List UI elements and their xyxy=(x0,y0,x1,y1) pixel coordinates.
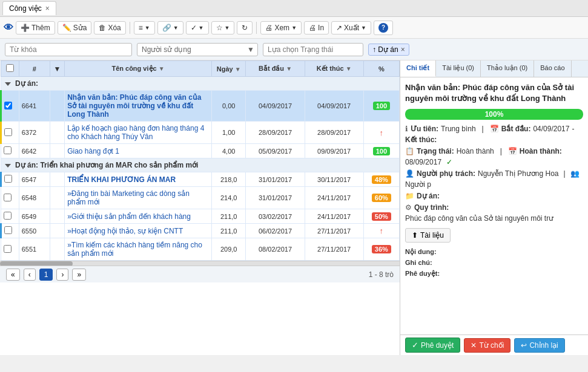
row-ngay: 218,0 xyxy=(211,172,246,187)
workflow-info: ⚙ Quy trình: Phúc đáp công văn của Sở tà… xyxy=(405,203,583,223)
check-button[interactable]: ✓ ▼ xyxy=(186,21,209,34)
user-select-wrap: Người sử dụng ▼ xyxy=(137,43,258,56)
help-button[interactable]: ? xyxy=(374,21,393,35)
task-name-link[interactable]: »Hoạt động hội thảo, sự kiện CNTT xyxy=(67,227,183,235)
header-filter-icon[interactable]: ▼ xyxy=(50,61,64,77)
tai-lieu-button[interactable]: ⬆ Tài liệu xyxy=(405,228,451,243)
first-page-button[interactable]: « xyxy=(6,269,20,281)
phe-duyet-field: Phê duyệt: xyxy=(405,269,583,278)
task-name-link[interactable]: »Đăng tin bài Marketing các dòng sản phẩ… xyxy=(67,189,190,206)
current-page[interactable]: 1 xyxy=(39,269,53,281)
status-input[interactable] xyxy=(263,43,363,56)
row-checkbox[interactable] xyxy=(4,194,12,201)
xem-button[interactable]: 🖨 Xem ▼ xyxy=(260,21,302,34)
table-row[interactable]: 6642 Giao hàng đợt 1 4,00 05/09/2017 09/… xyxy=(1,144,400,158)
row-checkbox[interactable] xyxy=(4,128,12,136)
horizontal-scrollbar[interactable] xyxy=(0,261,400,266)
tu-choi-button[interactable]: ✕ Từ chối xyxy=(464,338,510,353)
row-checkbox-cell xyxy=(1,91,19,122)
group1-header[interactable]: Dự án: xyxy=(1,77,400,91)
tab-bao-cao[interactable]: Báo cáo xyxy=(534,60,571,77)
row-checkbox[interactable] xyxy=(4,226,12,234)
action-bar: ✓ Phê duyệt ✕ Từ chối ↩ Chỉnh lại xyxy=(400,334,588,355)
project-icon: 📁 xyxy=(405,192,414,200)
row-pct: 50% xyxy=(363,209,399,224)
row-ngay: 0,00 xyxy=(211,91,246,122)
assignee-label: Người phụ trách: xyxy=(417,169,475,178)
row-bd: 31/01/2017 xyxy=(246,172,305,187)
link-button[interactable]: 🔗 ▼ xyxy=(157,21,183,34)
task-name-link[interactable]: Nhận văn bản: Phúc đáp công văn của Sở t… xyxy=(67,93,201,119)
menu-button[interactable]: ≡ ▼ xyxy=(134,21,155,34)
tag-close-icon[interactable]: × xyxy=(401,45,405,54)
row-checkbox[interactable] xyxy=(4,212,12,220)
row-checkbox-cell xyxy=(1,238,19,261)
row-checkbox-cell xyxy=(1,224,19,238)
user-select[interactable]: Người sử dụng xyxy=(137,43,258,56)
row-checkbox[interactable] xyxy=(4,102,12,109)
tab-thao-luan[interactable]: Thảo luận (0) xyxy=(481,60,534,77)
pct-badge: 48% xyxy=(372,175,391,184)
xoa-button[interactable]: 🗑 Xóa xyxy=(94,21,125,34)
ghi-chu-label: Ghi chú: xyxy=(405,259,432,266)
row-pct: 100 xyxy=(363,91,399,122)
row-id: 6550 xyxy=(19,224,50,238)
task-name-link[interactable]: TRIỂN KHAI PHƯƠNG ÁN MAR xyxy=(67,175,176,184)
refresh-button[interactable]: ↻ xyxy=(237,21,253,34)
task-name-link[interactable]: »Tìm kiếm các khách hàng tiềm năng cho s… xyxy=(67,241,202,258)
cong-viec-tab[interactable]: Công việc × xyxy=(2,1,56,15)
in-button[interactable]: 🖨 In xyxy=(304,21,329,34)
chinh-lai-button[interactable]: ↩ Chỉnh lại xyxy=(514,338,564,353)
table-row[interactable]: 6547 TRIỂN KHAI PHƯƠNG ÁN MAR 218,0 31/0… xyxy=(1,172,400,187)
progress-bar-fill: 100% xyxy=(405,109,583,120)
pct-arrow-icon: ↑ xyxy=(380,226,384,235)
table-row[interactable]: 6551 »Tìm kiếm các khách hàng tiềm năng … xyxy=(1,238,400,261)
row-checkbox[interactable] xyxy=(4,175,12,183)
ngay-filter-icon[interactable]: ▼ xyxy=(235,66,241,73)
check-icon: ✓ xyxy=(446,158,452,166)
table-row[interactable]: 6550 »Hoạt động hội thảo, sự kiện CNTT 2… xyxy=(1,224,400,238)
row-ngay: 211,0 xyxy=(211,224,246,238)
name-filter-icon[interactable]: ▼ xyxy=(159,65,165,72)
group2-label: Dự án: Triển khai phương án MAR cho sản … xyxy=(1,158,400,172)
xuat-button[interactable]: ↗ Xuất ▼ xyxy=(331,21,371,34)
group2-header[interactable]: Dự án: Triển khai phương án MAR cho sản … xyxy=(1,158,400,172)
sua-button[interactable]: ✏️ Sửa xyxy=(58,21,92,34)
row-checkbox[interactable] xyxy=(4,146,12,154)
table-row[interactable]: 6372 Lập kế hoạch giao hàng đơn hàng thá… xyxy=(1,122,400,144)
kt-filter-icon[interactable]: ▼ xyxy=(346,65,352,72)
row-checkbox-cell xyxy=(1,187,19,209)
task-name-link[interactable]: Lập kế hoạch giao hàng đơn hàng tháng 4 … xyxy=(67,124,204,141)
prev-page-button[interactable]: ‹ xyxy=(24,269,36,281)
task-name-link[interactable]: »Giới thiệu sản phẩm đến khách hàng xyxy=(67,212,191,221)
header-checkbox[interactable] xyxy=(1,61,19,77)
star-button[interactable]: ☆ ▼ xyxy=(211,21,235,34)
tab-chi-tiet[interactable]: Chi tiết xyxy=(400,60,436,77)
keyword-input[interactable] xyxy=(5,43,132,56)
tab-tai-lieu[interactable]: Tài liệu (0) xyxy=(436,60,481,77)
task-name-link[interactable]: Giao hàng đợt 1 xyxy=(67,147,119,155)
calendar2-icon: 📅 xyxy=(508,147,517,155)
chevron-down-icon6: ▼ xyxy=(361,25,366,31)
toolbar: 👁 ➕ Thêm ✏️ Sửa 🗑 Xóa ≡ ▼ 🔗 ▼ ✓ ▼ ☆ ▼ ↻ … xyxy=(0,17,588,39)
bd-filter-icon[interactable]: ▼ xyxy=(286,65,292,72)
them-button[interactable]: ➕ Thêm xyxy=(16,21,55,34)
row-kt: 09/09/2017 xyxy=(305,144,363,158)
header-name: Tên công việc ▼ xyxy=(65,61,212,77)
table-row[interactable]: 6549 »Giới thiệu sản phẩm đến khách hàng… xyxy=(1,209,400,224)
table-row[interactable]: 6548 »Đăng tin bài Marketing các dòng sả… xyxy=(1,187,400,209)
last-page-button[interactable]: » xyxy=(72,269,86,281)
select-all-checkbox[interactable] xyxy=(6,64,14,72)
table-row[interactable]: 6641 Nhận văn bản: Phúc đáp công văn của… xyxy=(1,91,400,122)
left-panel: # ▼ Tên công việc ▼ Ngày ▼ Bắt đầu ▼ Kết… xyxy=(0,60,400,355)
row-kt: 04/09/2017 xyxy=(305,91,363,122)
tab-bar: Công việc × xyxy=(0,0,588,17)
tab-close-icon[interactable]: × xyxy=(45,4,50,13)
row-name-cell: TRIỂN KHAI PHƯƠNG ÁN MAR xyxy=(65,172,212,187)
pct-badge: 60% xyxy=(372,194,391,202)
next-page-button[interactable]: › xyxy=(56,269,68,281)
row-checkbox[interactable] xyxy=(4,245,12,253)
table-header-row: # ▼ Tên công việc ▼ Ngày ▼ Bắt đầu ▼ Kết… xyxy=(1,61,400,77)
plus-icon: ➕ xyxy=(21,24,30,32)
phe-duyet-button[interactable]: ✓ Phê duyệt xyxy=(405,338,460,353)
